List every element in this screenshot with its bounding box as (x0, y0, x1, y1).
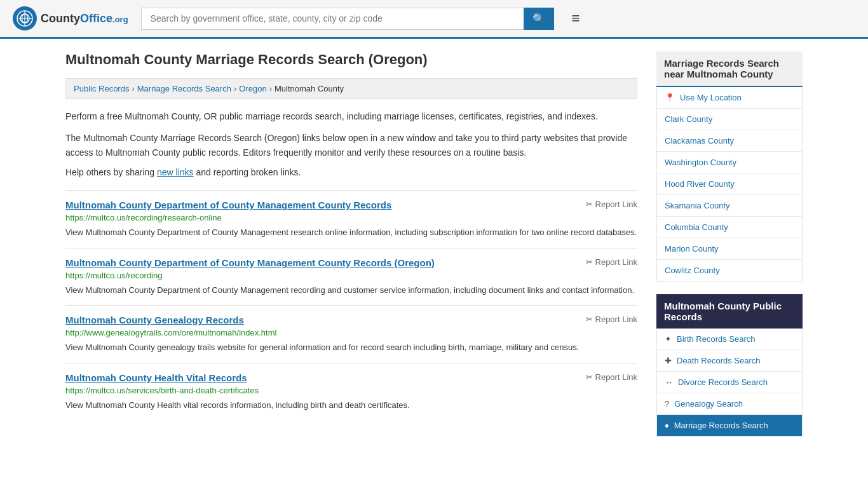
page-title: Multnomah County Marriage Records Search… (65, 51, 637, 68)
result-url-1: https://multco.us/recording (65, 271, 637, 280)
columbia-county-item[interactable]: Columbia County (657, 217, 802, 238)
marriage-icon: ♦ (665, 421, 669, 430)
cowlitz-county-link[interactable]: Cowlitz County (657, 260, 802, 281)
death-records-item[interactable]: ✚ Death Records Search (657, 350, 802, 372)
result-title-3[interactable]: Multnomah County Health Vital Records (65, 372, 247, 383)
result-desc-3: View Multnomah County Health vital recor… (65, 399, 637, 412)
header: CountyOffice.org 🔍 ≡ (0, 0, 868, 39)
breadcrumb-sep-2: › (234, 84, 236, 93)
sidebar: Marriage Records Search near Multnomah C… (656, 51, 803, 449)
help-text: Help others by sharing new links and rep… (65, 167, 637, 177)
logo-text: CountyOffice.org (41, 12, 128, 25)
washington-county-item[interactable]: Washington County (657, 152, 802, 173)
nearby-title: Marriage Records Search near Multnomah C… (656, 51, 803, 87)
use-my-location-label: Use My Location (680, 93, 742, 102)
search-button[interactable]: 🔍 (524, 8, 554, 30)
skamania-county-item[interactable]: Skamania County (657, 195, 802, 217)
genealogy-icon: ? (665, 399, 669, 409)
breadcrumb: Public Records › Marriage Records Search… (65, 78, 637, 99)
washington-county-link[interactable]: Washington County (657, 152, 802, 173)
skamania-county-link[interactable]: Skamania County (657, 195, 802, 216)
new-links-link[interactable]: new links (157, 167, 194, 177)
public-records-section: Multnomah County Public Records ✦ Birth … (656, 294, 803, 437)
result-title-2[interactable]: Multnomah County Genealogy Records (65, 315, 244, 325)
report-link-3[interactable]: ✂ Report Link (586, 372, 637, 382)
marion-county-link[interactable]: Marion County (657, 238, 802, 259)
result-header-2: Multnomah County Genealogy Records ✂ Rep… (65, 315, 637, 325)
result-desc-1: View Multnomah County Department of Coun… (65, 284, 637, 297)
result-item-2: Multnomah County Genealogy Records ✂ Rep… (65, 305, 637, 363)
divorce-records-item[interactable]: ↔ Divorce Records Search (657, 372, 802, 393)
hamburger-icon: ≡ (572, 10, 580, 26)
breadcrumb-oregon[interactable]: Oregon (239, 84, 266, 93)
marriage-records-item[interactable]: ♦ Marriage Records Search (657, 415, 802, 436)
divorce-records-link[interactable]: ↔ Divorce Records Search (657, 372, 802, 393)
use-my-location-link[interactable]: 📍 Use My Location (657, 87, 802, 108)
report-link-2[interactable]: ✂ Report Link (586, 315, 637, 324)
breadcrumb-sep-1: › (132, 84, 134, 93)
search-icon: 🔍 (532, 13, 545, 24)
logo-icon (13, 6, 37, 30)
marriage-records-link[interactable]: ♦ Marriage Records Search (657, 415, 802, 436)
report-link-1[interactable]: ✂ Report Link (586, 257, 637, 267)
public-records-list: ✦ Birth Records Search ✚ Death Records S… (656, 329, 803, 437)
report-icon-3: ✂ (586, 372, 593, 382)
main-container: Multnomah County Marriage Records Search… (53, 39, 815, 462)
result-url-0: https://multco.us/recording/research-onl… (65, 213, 637, 222)
breadcrumb-current: Multnomah County (275, 84, 344, 93)
hood-river-county-link[interactable]: Hood River County (657, 173, 802, 194)
search-area: 🔍 (141, 8, 554, 30)
clackamas-county-item[interactable]: Clackamas County (657, 130, 802, 152)
breadcrumb-public-records[interactable]: Public Records (74, 84, 129, 93)
clackamas-county-link[interactable]: Clackamas County (657, 130, 802, 151)
menu-button[interactable]: ≡ (567, 8, 585, 29)
columbia-county-link[interactable]: Columbia County (657, 217, 802, 238)
clark-county-item[interactable]: Clark County (657, 109, 802, 130)
result-desc-0: View Multnomah County Department of Coun… (65, 226, 637, 239)
clark-county-link[interactable]: Clark County (657, 109, 802, 130)
genealogy-item[interactable]: ? Genealogy Search (657, 393, 802, 415)
result-item-3: Multnomah County Health Vital Records ✂ … (65, 363, 637, 421)
nearby-list: 📍 Use My Location Clark County Clackamas… (656, 87, 803, 281)
marion-county-item[interactable]: Marion County (657, 238, 802, 260)
content-area: Multnomah County Marriage Records Search… (65, 51, 637, 449)
results-container: Multnomah County Department of County Ma… (65, 190, 637, 420)
hood-river-county-item[interactable]: Hood River County (657, 173, 802, 195)
report-icon-2: ✂ (586, 315, 593, 324)
report-icon-0: ✂ (586, 200, 593, 209)
result-header-0: Multnomah County Department of County Ma… (65, 200, 637, 210)
search-input[interactable] (141, 8, 524, 30)
public-records-title: Multnomah County Public Records (656, 294, 803, 329)
breadcrumb-marriage-records[interactable]: Marriage Records Search (137, 84, 231, 93)
death-records-link[interactable]: ✚ Death Records Search (657, 350, 802, 371)
result-url-3: https://multco.us/services/birth-and-dea… (65, 386, 637, 395)
result-header-1: Multnomah County Department of County Ma… (65, 257, 637, 268)
death-icon: ✚ (665, 356, 672, 365)
cowlitz-county-item[interactable]: Cowlitz County (657, 260, 802, 281)
use-my-location-item[interactable]: 📍 Use My Location (657, 87, 802, 109)
divorce-icon: ↔ (665, 377, 673, 387)
breadcrumb-sep-3: › (269, 84, 272, 93)
result-title-0[interactable]: Multnomah County Department of County Ma… (65, 200, 391, 210)
result-desc-2: View Multnomah County genealogy trails w… (65, 341, 637, 354)
report-link-0[interactable]: ✂ Report Link (586, 200, 637, 209)
result-item-0: Multnomah County Department of County Ma… (65, 190, 637, 248)
birth-records-item[interactable]: ✦ Birth Records Search (657, 329, 802, 350)
birth-icon: ✦ (665, 334, 672, 344)
birth-records-link[interactable]: ✦ Birth Records Search (657, 329, 802, 349)
result-header-3: Multnomah County Health Vital Records ✂ … (65, 372, 637, 383)
result-title-1[interactable]: Multnomah County Department of County Ma… (65, 257, 435, 268)
description-paragraph2: The Multnomah County Marriage Records Se… (65, 131, 637, 159)
result-item-1: Multnomah County Department of County Ma… (65, 248, 637, 306)
report-icon-1: ✂ (586, 257, 593, 267)
description-paragraph1: Perform a free Multnomah County, OR publ… (65, 109, 637, 123)
result-url-2: http://www.genealogytrails.com/ore/multn… (65, 328, 637, 337)
genealogy-link[interactable]: ? Genealogy Search (657, 393, 802, 414)
location-icon: 📍 (665, 93, 675, 102)
logo-area[interactable]: CountyOffice.org (13, 6, 128, 30)
nearby-section: Marriage Records Search near Multnomah C… (656, 51, 803, 281)
